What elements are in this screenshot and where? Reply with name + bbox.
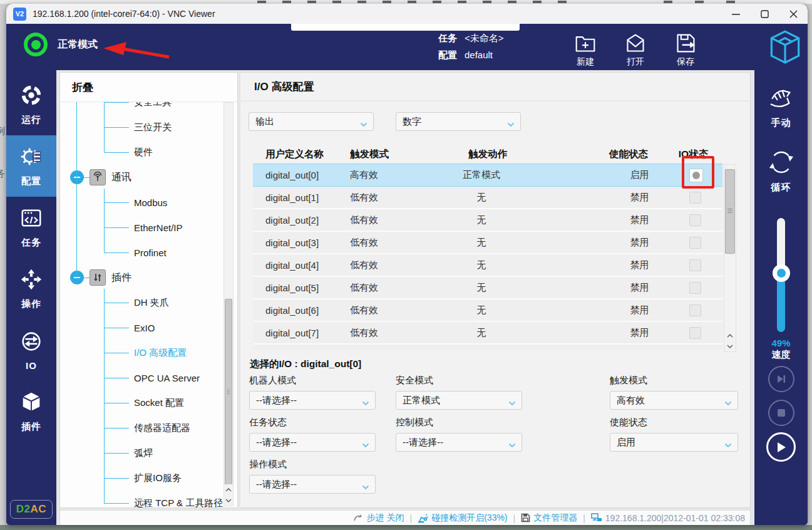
status-file-manager[interactable]: 文件管理器 [521,512,577,524]
tree-scroll-down-button[interactable] [224,495,233,506]
sidebar-item-配置[interactable]: 配置 [6,135,56,197]
maximize-button[interactable] [750,4,779,24]
plugin-box-icon [90,269,106,286]
operate-icon [19,268,43,294]
tree-item-EtherNet/IP[interactable]: EtherNet/IP [60,215,232,240]
filter-select-0[interactable]: 输出 [249,112,374,131]
cell-name: digital_out[7] [253,328,337,338]
sidebar-item-操作[interactable]: 操作 [6,258,56,320]
tree-item-label: 三位开关 [134,122,172,133]
io-state-indicator-off[interactable] [689,192,701,204]
speed-slider-knob[interactable] [773,264,790,282]
io-state-indicator-off[interactable] [689,214,701,226]
cell-trigger-action: 无 [416,282,560,294]
tree-scroll-up-button[interactable] [224,484,233,495]
tree-item-I/O 高级配置[interactable]: I/O 高级配置 [60,340,232,365]
save-icon [674,28,697,54]
tree-item-DH 夹爪[interactable]: DH 夹爪 [60,290,232,315]
tree-item-label: I/O 高级配置 [134,347,187,359]
manual-label: 手动 [771,117,791,129]
chevron-down-icon [362,397,369,408]
io-state-indicator-off[interactable] [689,237,701,249]
manual-mode-button[interactable]: 手动 [768,86,795,129]
tree-item-扩展IO服务[interactable]: 扩展IO服务 [60,465,232,491]
table-row-digital_out[2][interactable]: digital_out[2]低有效无禁用 [253,209,722,232]
tree-item-安全工具[interactable]: 安全工具 [60,101,232,115]
cell-trigger-mode: 低有效 [337,192,416,204]
tree-item-Profinet[interactable]: Profinet [60,240,232,265]
io-state-indicator-off[interactable] [689,282,701,294]
tree-scrollbar-thumb[interactable] [225,299,232,487]
sidebar-item-IO[interactable]: IO [6,320,56,381]
tree-scrollbar[interactable] [224,102,234,506]
table-row-digital_out[4][interactable]: digital_out[4]低有效无禁用 [253,254,722,277]
collapse-toggle-icon[interactable] [70,271,84,284]
collapse-toggle-icon[interactable] [70,170,84,184]
cell-trigger-mode: 低有效 [337,327,416,339]
tree-item-传感器适配器[interactable]: 传感器适配器 [60,415,232,440]
main-panel: I/O 高级配置 输出数字 用户定义名称触发模式触发动作使能状态IO状态 dig… [240,72,751,508]
form-select-安全模式[interactable]: 正常模式 [396,391,522,410]
tree-item-远程 TCP & 工具路径[interactable]: 远程 TCP & 工具路径 [60,491,232,507]
tree-item-插件[interactable]: 插件 [60,265,232,290]
stop-button[interactable] [768,400,794,426]
tree-item-OPC UA Server[interactable]: OPC UA Server [60,365,232,390]
header-action-打开[interactable]: 打开 [610,28,660,68]
filter-select-1[interactable]: 数字 [396,112,521,131]
chevron-down-icon [724,397,732,408]
form-select-操作模式[interactable]: --请选择-- [249,475,376,494]
table-row-digital_out[5][interactable]: digital_out[5]低有效无禁用 [253,277,722,299]
tree-item-弧焊[interactable]: 弧焊 [60,440,232,465]
tree-scroll-area: 安全工具三位开关硬件通讯ModbusEtherNet/IPProfinet插件D… [60,101,237,507]
form-select-触发模式[interactable]: 高有效 [610,391,738,410]
form-select-value: 正常模式 [403,395,440,407]
tree-item-Modbus[interactable]: Modbus [60,190,232,215]
table-row-digital_out[1][interactable]: digital_out[1]低有效无禁用 [253,187,722,209]
form-select-控制模式[interactable]: --请选择-- [396,433,522,452]
brand-button[interactable]: D2AC [10,500,53,519]
sidebar-item-运行[interactable]: 运行 [6,74,56,135]
table-row-digital_out[7][interactable]: digital_out[7]低有效无禁用 [253,322,722,345]
tree-item-三位开关[interactable]: 三位开关 [60,115,232,140]
io-state-indicator-off[interactable] [689,304,701,316]
table-scroll-up-button[interactable] [724,330,736,341]
tree-item-Socket 配置[interactable]: Socket 配置 [60,390,232,415]
table-row-digital_out[3][interactable]: digital_out[3]低有效无禁用 [253,232,722,254]
table-scroll-down-button[interactable] [724,341,736,351]
header-action-新建[interactable]: 新建 [560,28,610,68]
cell-trigger-action: 正常模式 [416,169,560,181]
form-field-label: 使能状态 [610,417,750,429]
tree-item-ExIO[interactable]: ExIO [60,315,232,340]
minimize-button[interactable] [721,4,750,24]
tree-item-通讯[interactable]: 通讯 [60,165,232,190]
sidebar-item-插件[interactable]: 插件 [6,381,56,442]
form-select-使能状态[interactable]: 启用 [610,433,738,452]
cell-enable-state: 禁用 [560,237,682,249]
io-state-indicator-off[interactable] [689,350,701,350]
io-state-indicator-off[interactable] [689,327,701,339]
table-row-digital_out[6][interactable]: digital_out[6]低有效无禁用 [253,299,722,322]
play-button[interactable] [766,432,796,462]
io-state-indicator-off[interactable] [689,259,701,271]
tree-header[interactable]: 折叠 [60,73,237,101]
form-select-value: 高有效 [617,395,645,407]
table-row-digital_out[0][interactable]: digital_out[0]高有效正常模式启用 [253,164,722,187]
table-scrollbar[interactable] [724,164,736,352]
sidebar-item-label: 任务 [21,237,41,249]
form-select-任务状态[interactable]: --请选择-- [249,433,376,452]
table-scrollbar-thumb[interactable] [725,169,735,254]
form-select-机器人模式[interactable]: --请选择-- [249,391,376,410]
app-header: 正常模式 任务<未命名> 配置default 新建打开保存 [6,24,808,70]
status-address[interactable]: 192.168.1.200|2012-01-01 02:33:08 [591,513,745,523]
skip-button[interactable] [768,366,794,392]
status-step[interactable]: 步进 关闭 [353,512,404,524]
speed-slider[interactable] [777,218,785,332]
header-action-保存[interactable]: 保存 [660,28,711,68]
loop-mode-button[interactable]: 循环 [768,148,795,194]
status-collision[interactable]: 碰撞检测开启(33%) [418,512,507,524]
close-button[interactable] [779,4,808,24]
sidebar-item-任务[interactable]: 任务 [6,197,56,258]
tree-item-硬件[interactable]: 硬件 [60,140,232,165]
table-row-digital_out[8][interactable]: digital_out[8]低有效无禁用 [253,345,722,350]
cell-enable-state: 禁用 [560,327,682,339]
